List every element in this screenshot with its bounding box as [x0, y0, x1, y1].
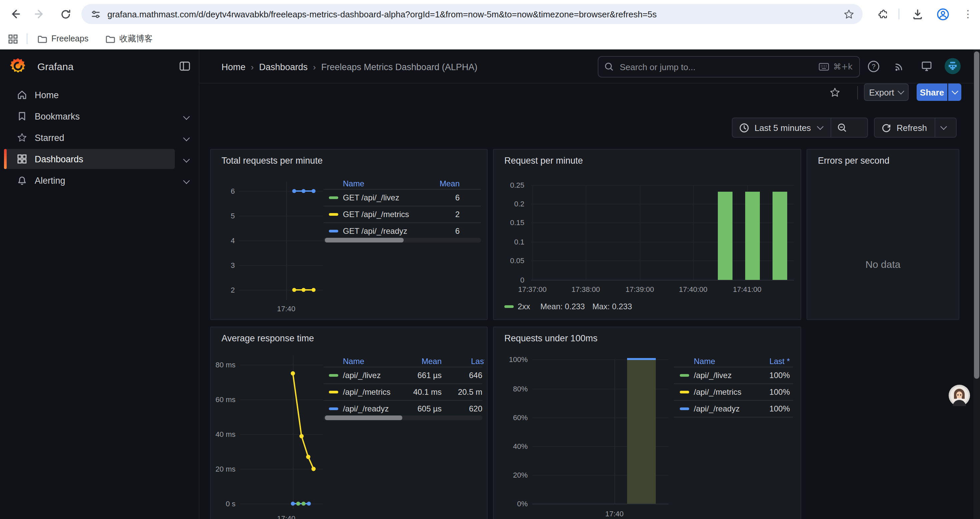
brand-name[interactable]: Grafana — [37, 61, 73, 72]
legend-series-name[interactable]: /api/_/readyz — [343, 404, 388, 414]
favorite-star-icon[interactable] — [829, 87, 841, 98]
legend-series-value: 6 — [455, 193, 460, 203]
browser-menu-icon[interactable]: ⋮ — [959, 5, 977, 23]
bookmark-folder-blogs[interactable]: 收藏博客 — [105, 31, 153, 46]
chevron-down-icon[interactable] — [183, 113, 190, 120]
site-settings-icon[interactable] — [91, 9, 101, 19]
legend-series-last: 20.5 m — [450, 387, 482, 397]
legend-header-mean[interactable]: Mean — [440, 179, 460, 188]
series-pill-green[interactable] — [680, 374, 689, 377]
bar-percentage[interactable] — [627, 359, 656, 504]
chevron-down-icon[interactable] — [940, 123, 947, 130]
bookmark-label: Freeleaps — [51, 34, 88, 43]
breadcrumb-dashboards[interactable]: Dashboards — [259, 62, 308, 72]
legend-series-name[interactable]: /api/_/metrics — [694, 387, 741, 397]
panel-title[interactable]: Errors per second — [818, 156, 889, 166]
sidebar: Grafana Home Bookmarks Starred — [0, 50, 199, 519]
breadcrumb-separator: › — [307, 62, 321, 72]
series-pill-blue[interactable] — [329, 230, 338, 232]
grafana-logo[interactable] — [10, 57, 27, 75]
legend-series-name[interactable]: 2xx — [518, 302, 530, 311]
sidebar-item-bookmarks[interactable]: Bookmarks — [0, 106, 199, 126]
series-pill-yellow[interactable] — [680, 391, 689, 393]
bar-2xx[interactable] — [773, 192, 787, 280]
search-field[interactable] — [619, 61, 819, 72]
series-pill-blue[interactable] — [680, 407, 689, 410]
legend-series-name[interactable]: /api/_/readyz — [694, 404, 740, 414]
zoom-out-icon[interactable] — [837, 123, 847, 133]
legend-series-name[interactable]: /api/_/livez — [343, 371, 380, 380]
series-pill-yellow[interactable] — [329, 213, 338, 216]
series-pill-green[interactable] — [504, 305, 514, 308]
url-text[interactable]: grafana.mathmast.com/d/deytv4rwavabkb/fr… — [107, 9, 843, 19]
time-range-label[interactable]: Last 5 minutes — [754, 123, 811, 133]
back-icon[interactable] — [6, 5, 23, 23]
legend-header-name[interactable]: Name — [343, 357, 364, 366]
profile-icon[interactable] — [934, 5, 951, 23]
news-icon[interactable] — [892, 59, 907, 73]
legend-header-last[interactable]: Last * — [770, 357, 790, 366]
share-dropdown-button[interactable] — [948, 83, 961, 101]
series-pill-green[interactable] — [329, 374, 338, 377]
bookmark-folder-freeleaps[interactable]: Freeleaps — [37, 31, 88, 46]
chevron-down-icon[interactable] — [183, 156, 190, 162]
bookmark-star-icon[interactable] — [843, 8, 854, 20]
legend-series-name[interactable]: GET /api/_/livez — [343, 193, 399, 203]
breadcrumb-home[interactable]: Home — [221, 62, 245, 72]
panel-title[interactable]: Request per minute — [504, 156, 583, 166]
x-tick: 17:38:00 — [566, 284, 606, 294]
series-pill-blue[interactable] — [329, 407, 338, 410]
help-icon[interactable]: ? — [866, 59, 881, 73]
gridline — [532, 185, 533, 280]
legend-mean: Mean: 0.233 — [540, 302, 585, 311]
browser-toolbar: grafana.mathmast.com/d/deytv4rwavabkb/fr… — [0, 0, 980, 28]
chevron-down-icon[interactable] — [183, 134, 190, 141]
legend-series-name[interactable]: /api/_/metrics — [343, 387, 391, 397]
series-pill-green[interactable] — [329, 196, 338, 199]
bar-2xx[interactable] — [718, 192, 732, 280]
header-border — [199, 83, 980, 83]
legend-header-name[interactable]: Name — [343, 179, 364, 188]
search-input[interactable]: ⌘+k — [598, 56, 860, 77]
sidebar-toggle-icon[interactable] — [179, 60, 191, 72]
legend-series-name[interactable]: GET /api/_/readyz — [343, 227, 407, 236]
legend-scrollbar[interactable] — [323, 238, 481, 243]
sidebar-item-alerting[interactable]: Alerting — [0, 170, 199, 190]
legend-header-mean[interactable]: Mean — [422, 357, 442, 366]
chevron-down-icon[interactable] — [816, 123, 823, 130]
sidebar-item-home[interactable]: Home — [0, 85, 199, 105]
reload-icon[interactable] — [57, 5, 74, 23]
export-button[interactable]: Export — [864, 83, 908, 101]
legend-divider — [323, 400, 482, 401]
legend-scrollbar[interactable] — [323, 415, 482, 420]
legend-header-name[interactable]: Name — [694, 357, 715, 366]
extensions-icon[interactable] — [874, 5, 891, 23]
sidebar-item-dashboards[interactable]: Dashboards — [0, 149, 199, 169]
legend-divider — [323, 222, 481, 223]
legend-divider — [323, 367, 482, 367]
y-tick: 0% — [499, 499, 528, 508]
url-bar[interactable]: grafana.mathmast.com/d/deytv4rwavabkb/fr… — [81, 4, 862, 24]
breadcrumb-separator: › — [245, 62, 259, 72]
page-scrollbar-thumb[interactable] — [974, 51, 979, 379]
monitor-icon[interactable] — [919, 59, 934, 73]
legend-series-name[interactable]: /api/_/livez — [694, 371, 732, 380]
bar-2xx[interactable] — [745, 192, 760, 280]
legend-series-name[interactable]: GET /api/_/metrics — [343, 210, 409, 219]
panel-title[interactable]: Requests under 100ms — [504, 333, 597, 343]
export-label: Export — [869, 87, 894, 97]
forward-icon[interactable] — [31, 5, 49, 23]
no-data-message: No data — [807, 259, 959, 270]
sidebar-item-starred[interactable]: Starred — [0, 128, 199, 148]
chevron-down-icon[interactable] — [183, 177, 190, 184]
downloads-icon[interactable] — [908, 5, 926, 23]
assistant-avatar[interactable] — [949, 385, 970, 406]
user-avatar[interactable] — [945, 58, 961, 74]
legend-header-last[interactable]: Last * — [471, 357, 484, 366]
series-pill-yellow[interactable] — [329, 391, 338, 393]
refresh-label[interactable]: Refresh — [897, 123, 927, 133]
share-button[interactable]: Share — [916, 83, 947, 101]
apps-grid-icon[interactable] — [8, 31, 18, 46]
page-scrollbar-track[interactable] — [973, 50, 980, 519]
legend-divider — [674, 383, 793, 384]
